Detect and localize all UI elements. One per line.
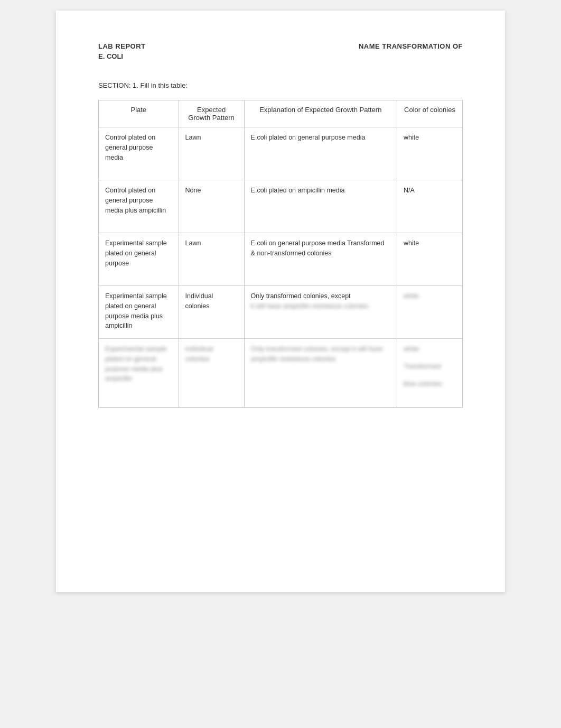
page: LAB REPORT E. COLI NAME TRANSFORMATION O…: [56, 11, 505, 592]
growth-cell: Individual colonies: [179, 339, 244, 408]
table-row: Control plated on general purpose media …: [99, 180, 463, 233]
explanation-value: Only transformed colonies, except: [251, 291, 390, 301]
growth-value: Lawn: [185, 133, 238, 143]
growth-value: Lawn: [185, 238, 238, 248]
growth-cell: Individual colonies: [179, 286, 244, 339]
header-right: NAME TRANSFORMATION OF: [359, 42, 463, 60]
color-value: N/A: [404, 186, 456, 196]
color-cell: white: [397, 286, 462, 339]
color-value-blurred: white: [404, 291, 456, 301]
explanation-cell: Only transformed colonies, except it wil…: [244, 286, 397, 339]
plate-value-blurred: Experimental sample plated on general pu…: [105, 344, 172, 384]
explanation-value: E.coli plated on general purpose media: [251, 133, 390, 143]
explanation-value: E.coli on general purpose media Transfor…: [251, 238, 390, 259]
col-header-color: Color of colonies: [397, 100, 462, 127]
explanation-cell: Only transformed colonies, except it wil…: [244, 339, 397, 408]
color-cell: N/A: [397, 180, 462, 233]
plate-value: Control plated on general purpose media: [105, 133, 172, 162]
explanation-value: E.coli plated on ampicillin media: [251, 186, 390, 196]
header-left: LAB REPORT E. COLI: [98, 42, 146, 60]
color-cell: white: [397, 127, 462, 180]
growth-value: Individual colonies: [185, 291, 238, 311]
color-cell: white: [397, 233, 462, 286]
plate-cell: Control plated on general purpose media: [99, 127, 179, 180]
color-extra2-blurred: blue colonies: [404, 379, 456, 389]
plate-value: Experimental sample plated on general pu…: [105, 291, 172, 331]
explanation-cell: E.coli plated on general purpose media: [244, 127, 397, 180]
color-value: white: [404, 133, 456, 143]
explanation-blurred: it will have ampicillin resistance colon…: [251, 301, 390, 311]
table-row: Control plated on general purpose media …: [99, 127, 463, 180]
data-table: Plate Expected Growth Pattern Explanatio…: [98, 100, 463, 408]
growth-value: None: [185, 186, 238, 196]
color-extra-blurred: Transformed: [404, 362, 456, 372]
plate-value: Experimental sample plated on general pu…: [105, 238, 172, 268]
header: LAB REPORT E. COLI NAME TRANSFORMATION O…: [98, 42, 463, 60]
plate-cell: Experimental sample plated on general pu…: [99, 339, 179, 408]
color-value: white: [404, 238, 456, 248]
growth-cell: None: [179, 180, 244, 233]
section-title: SECTION: 1. Fill in this table:: [98, 81, 463, 89]
col-header-explanation: Explanation of Expected Growth Pattern: [244, 100, 397, 127]
growth-value-blurred: Individual colonies: [185, 344, 238, 364]
plate-cell: Experimental sample plated on general pu…: [99, 286, 179, 339]
table-header-row: Plate Expected Growth Pattern Explanatio…: [99, 100, 463, 127]
table-row: Experimental sample plated on general pu…: [99, 286, 463, 339]
table-row: Experimental sample plated on general pu…: [99, 233, 463, 286]
explanation-value-blurred: Only transformed colonies, except it wil…: [251, 344, 390, 364]
lab-report-title: LAB REPORT: [98, 42, 146, 50]
explanation-cell: E.coli on general purpose media Transfor…: [244, 233, 397, 286]
color-cell: white Transformed blue colonies: [397, 339, 462, 408]
color-value-blurred: white: [404, 344, 456, 354]
explanation-cell: E.coli plated on ampicillin media: [244, 180, 397, 233]
plate-cell: Control plated on general purpose media …: [99, 180, 179, 233]
lab-report-subtitle: E. COLI: [98, 52, 146, 60]
plate-cell: Experimental sample plated on general pu…: [99, 233, 179, 286]
col-header-growth: Expected Growth Pattern: [179, 100, 244, 127]
growth-cell: Lawn: [179, 233, 244, 286]
plate-value: Control plated on general purpose media …: [105, 186, 172, 215]
growth-cell: Lawn: [179, 127, 244, 180]
table-row: Experimental sample plated on general pu…: [99, 339, 463, 408]
col-header-plate: Plate: [99, 100, 179, 127]
